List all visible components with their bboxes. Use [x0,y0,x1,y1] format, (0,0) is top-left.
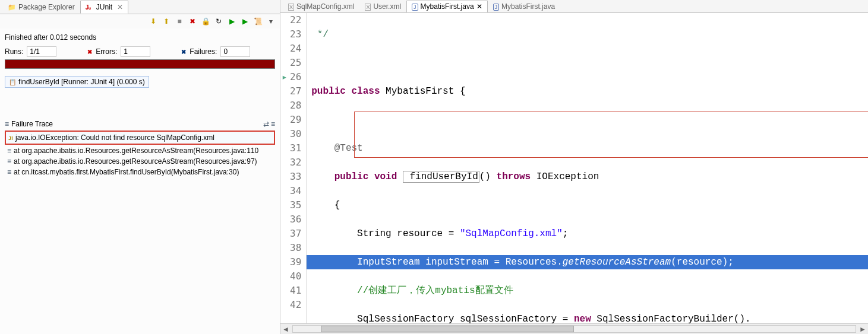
close-icon[interactable]: ✕ [117,3,123,11]
code-text [397,171,403,182]
compare-icon[interactable] [263,120,269,128]
trace-row[interactable]: at org.apache.ibatis.io.Resources.getRes… [5,145,275,156]
tab-label: Package Explorer [18,3,75,11]
code-text: String resource = [311,228,460,239]
editor-tab-sqlmapconfig[interactable]: SqlMapConfig.xml [283,1,359,12]
line-number: 35 [290,198,301,212]
line-number: 26 [290,70,301,84]
warning-icon [8,133,13,142]
code-editor[interactable]: 22 23 24 25 26 27 28 29 30 31 32 33 34 3… [280,13,868,323]
stack-trace-icon [5,120,9,128]
junit-view-pane: Package Explorer JUnit ✕ ⬇ ⬆ ■ ✖ 🔒 ↻ ▶ ▶… [0,0,280,334]
close-icon[interactable]: ✕ [476,2,482,11]
next-failure-icon[interactable]: ⬇ [148,16,159,27]
code-area[interactable]: */ public class MybatisFirst { @Test pub… [307,13,868,323]
history-icon[interactable]: 📜 [252,16,263,27]
code-text [307,56,868,70]
editor-tab-user[interactable]: User.xml [359,1,406,12]
test-icon [9,78,16,86]
tab-package-explorer[interactable]: Package Explorer [2,1,80,14]
line-number: 29 [290,113,301,127]
failure-trace-list: java.io.IOException: Could not find reso… [5,131,275,177]
code-text: MybatisFirst { [380,86,465,97]
code-text: void [368,171,397,182]
test-result-item[interactable]: findUserById [Runner: JUnit 4] (0.000 s) [5,76,149,88]
failure-trace-title: Failure Trace [11,120,53,128]
finished-text: Finished after 0.012 seconds [5,33,275,42]
code-text [307,113,868,127]
error-icon [87,47,92,56]
trace-exception-row[interactable]: java.io.IOException: Could not find reso… [5,131,275,145]
editor-tab-label: User.xml [373,2,401,11]
editor-tab-mybatisfirst-active[interactable]: MybatisFirst.java ✕ [406,1,488,12]
editor-tab-mybatisfirst-2[interactable]: MybatisFirst.java [488,1,561,12]
code-text: InputStream inputStream = Resources. [311,257,562,268]
xml-icon [365,2,371,11]
line-number: 25 [290,56,301,70]
code-text: SqlSessionFactory sqlSessionFactory = [311,314,574,323]
code-text: throws [491,171,531,182]
tab-label: JUnit [96,3,112,11]
code-text: public [311,86,346,97]
stack-line-icon [7,157,11,166]
code-text: new [574,314,591,323]
code-text: { [307,198,868,212]
rerun-icon[interactable]: ↻ [213,16,224,27]
stats-row: Runs: 1/1 Errors: 1 Failures: 0 [5,46,275,57]
code-text: */ [311,29,329,40]
errors-value: 1 [121,46,150,57]
code-text: mybatis [435,285,475,296]
line-number: 37 [290,227,301,241]
scroll-left-icon[interactable]: ◄ [280,324,291,334]
line-number: 22 [290,13,301,27]
view-menu-icon[interactable]: ▾ [266,16,276,27]
code-text: ; [563,228,569,239]
line-number: 31 [290,141,301,155]
line-number: 32 [290,155,301,170]
run-icon[interactable]: ▶ [239,16,250,27]
prev-failure-icon[interactable]: ⬆ [161,16,172,27]
line-number: 38 [290,241,301,255]
code-text: public [311,171,368,182]
horizontal-scrollbar[interactable]: ◄ ► [280,323,868,334]
filter-icon[interactable] [271,120,275,128]
show-failures-icon[interactable]: ✖ [187,16,198,27]
tab-junit[interactable]: JUnit ✕ [80,1,128,14]
scroll-track[interactable] [292,325,856,333]
line-number: 39 [290,255,301,269]
left-tab-bar: Package Explorer JUnit ✕ [0,0,280,14]
junit-icon [86,3,94,11]
line-number: 42 [290,298,301,312]
line-number: 36 [290,212,301,227]
trace-text: at org.apache.ibatis.io.Resources.getRes… [14,157,257,166]
line-number: 41 [290,284,301,298]
stop-icon[interactable]: ■ [174,16,185,27]
code-text: findUserById [403,171,479,183]
editor-tab-label: SqlMapConfig.xml [296,2,354,11]
scroll-thumb[interactable] [321,326,574,332]
trace-row[interactable]: at org.apache.ibatis.io.Resources.getRes… [5,156,275,167]
line-number: 24 [290,42,301,56]
test-item-label: findUserById [Runner: JUnit 4] (0.000 s) [18,78,145,86]
line-number: 34 [290,184,301,198]
editor-tab-label: MybatisFirst.java [501,2,555,11]
line-number: 23 [290,27,301,42]
errors-label: Errors: [96,47,117,56]
code-text: @Test [311,143,362,154]
trace-row[interactable]: at cn.itcast.mybatis.first.MybatisFirst.… [5,167,275,177]
editor-pane: SqlMapConfig.xml User.xml MybatisFirst.j… [280,0,868,334]
code-text: () [479,171,491,182]
trace-text: at org.apache.ibatis.io.Resources.getRes… [14,147,258,155]
rerun-failed-icon[interactable]: ▶ [226,16,237,27]
line-number: 30 [290,127,301,141]
progress-bar [5,59,275,69]
code-text: IOException [531,171,599,182]
runs-value: 1/1 [27,46,56,57]
scroll-lock-icon[interactable]: 🔒 [200,16,211,27]
line-number: 27 [290,84,301,98]
scroll-right-icon[interactable]: ► [857,324,868,334]
editor-tab-bar: SqlMapConfig.xml User.xml MybatisFirst.j… [280,0,868,13]
stack-line-icon [7,147,11,155]
failure-icon [181,47,186,56]
failures-value: 0 [220,46,250,57]
